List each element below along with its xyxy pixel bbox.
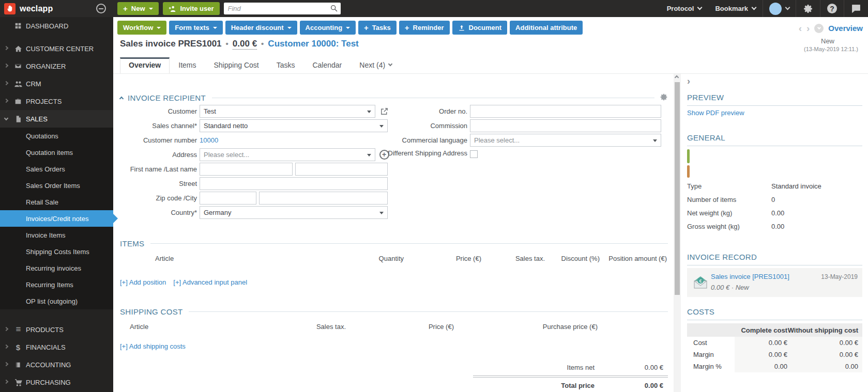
- sidebar-item-quotations[interactable]: Quotations: [0, 128, 113, 144]
- chevron-right-icon: [4, 362, 8, 366]
- add-position-link[interactable]: [+] Add position: [120, 278, 166, 286]
- bookmark-menu[interactable]: Bookmark: [708, 0, 763, 17]
- add-task-button[interactable]: +Tasks: [358, 21, 397, 35]
- order-no-label: Order no.: [387, 105, 467, 118]
- general-row: Gross weight (kg)0.00: [687, 223, 862, 233]
- chevron-down-icon: [157, 27, 161, 29]
- chevron-down-icon: [817, 26, 821, 29]
- tab-next[interactable]: Next (4): [351, 57, 401, 74]
- sidebar-item-products[interactable]: ≡ PRODUCTS: [0, 321, 113, 338]
- overview-content: INVOICE RECIPIENT Customer Test Sales ch…: [113, 74, 674, 392]
- invoice-record-heading: INVOICE RECORD: [687, 253, 862, 265]
- sidebar-item-purchasing[interactable]: PURCHASING: [0, 373, 113, 391]
- scroll-up-icon[interactable]: [675, 75, 679, 80]
- chevron-down-icon: [149, 8, 153, 10]
- sidebar-item-crm[interactable]: CRM: [0, 75, 113, 92]
- commercial-language-select[interactable]: Please select...: [470, 134, 661, 147]
- chevron-down-icon: [752, 5, 757, 10]
- protocol-menu[interactable]: Protocol: [660, 0, 709, 17]
- record-menu-button[interactable]: [814, 24, 824, 33]
- tab-shipping-cost[interactable]: Shipping Cost: [205, 57, 268, 74]
- street-input[interactable]: [200, 177, 388, 190]
- logo: weclapp: [0, 3, 113, 14]
- sidebar-collapse-icon[interactable]: [96, 4, 106, 13]
- next-record-button[interactable]: ›: [806, 23, 810, 33]
- sidebar-item-sales-orders[interactable]: Sales Orders: [0, 161, 113, 177]
- city-input[interactable]: [259, 192, 388, 205]
- customer-select[interactable]: Test: [200, 105, 375, 118]
- sidebar-item-sales[interactable]: SALES: [0, 110, 113, 128]
- invoice-record-link[interactable]: Sales invoice [PRES1001]: [711, 273, 789, 280]
- customer-number-link[interactable]: 10000: [200, 134, 218, 147]
- items-net-value: 0.00 €: [586, 364, 663, 371]
- settings-button[interactable]: [796, 0, 820, 17]
- sidebar-item-shipping-costs-items[interactable]: Shipping Costs Items: [0, 243, 113, 260]
- sidebar-item-dashboard[interactable]: DASHBOARD: [0, 17, 113, 35]
- country-select[interactable]: Germany: [200, 206, 388, 219]
- order-no-input[interactable]: [470, 105, 661, 118]
- address-select[interactable]: Please select...: [200, 148, 375, 161]
- section-rule: [189, 311, 668, 312]
- workflow-button[interactable]: Workflow: [117, 21, 166, 35]
- overview-link[interactable]: Overview: [828, 24, 863, 33]
- help-button[interactable]: ?: [820, 0, 844, 17]
- tab-tasks[interactable]: Tasks: [268, 57, 304, 74]
- header-discount-button[interactable]: Header discount: [225, 21, 297, 35]
- tab-overview[interactable]: Overview: [120, 57, 170, 74]
- tab-items[interactable]: Items: [170, 57, 205, 74]
- add-shipping-costs-link[interactable]: [+] Add shipping costs: [120, 342, 186, 350]
- upload-document-button[interactable]: Document: [452, 21, 508, 35]
- chevron-right-icon: [4, 99, 8, 103]
- sidebar-item-recurring-items[interactable]: Recurring Items: [0, 276, 113, 293]
- sidebar-item-retail-sale[interactable]: Retail Sale: [0, 194, 113, 210]
- sidebar-item-invoices-credit-notes[interactable]: Invoices/Credit notes: [0, 210, 113, 227]
- last-name-input[interactable]: [295, 163, 388, 176]
- sidebar-item-invoice-items[interactable]: Invoice Items: [0, 227, 113, 243]
- sales-channel-select[interactable]: Standard netto: [200, 119, 388, 132]
- add-reminder-button[interactable]: +Reminder: [399, 21, 450, 35]
- form-texts-button[interactable]: Form texts: [169, 21, 222, 35]
- first-name-input[interactable]: [200, 163, 293, 176]
- customer-link[interactable]: Customer 10000: Test: [268, 39, 358, 49]
- additional-attribute-button[interactable]: Additional attribute: [510, 21, 583, 35]
- commission-input[interactable]: [470, 119, 661, 132]
- scrollbar-thumb[interactable]: [675, 82, 680, 295]
- sidebar-item-recurring-invoices[interactable]: Recurring invoices: [0, 260, 113, 276]
- panel-collapse-icon[interactable]: ›: [687, 76, 690, 87]
- sidebar-item-projects[interactable]: PROJECTS: [0, 92, 113, 110]
- zip-code-input[interactable]: [200, 192, 256, 205]
- different-shipping-checkbox[interactable]: [470, 150, 478, 158]
- costs-heading: COSTS: [687, 307, 862, 320]
- search-input[interactable]: [224, 3, 341, 14]
- total-price-value: 0.00 €: [586, 382, 663, 389]
- invoice-amount[interactable]: 0.00 €: [233, 39, 257, 50]
- advanced-input-panel-link[interactable]: [+] Advanced input panel: [173, 278, 247, 286]
- sidebar-item-sales-order-items[interactable]: Sales Order Items: [0, 177, 113, 194]
- sidebar-item-op-list-outgoing[interactable]: OP list (outgoing): [0, 293, 113, 309]
- feedback-button[interactable]: [844, 0, 868, 17]
- status-indicator-green: [687, 149, 690, 163]
- section-rule: [150, 243, 668, 244]
- sidebar-item-accounting[interactable]: ACCOUNTING: [0, 356, 113, 373]
- general-row: Number of items0: [687, 196, 862, 206]
- sidebar-gap: [0, 309, 113, 321]
- user-menu[interactable]: [763, 0, 796, 17]
- table-row: Margin 0.00 € 0.00 €: [687, 349, 862, 360]
- accounting-button[interactable]: Accounting: [300, 21, 356, 35]
- sidebar-item-financials[interactable]: $ FINANCIALS: [0, 338, 113, 356]
- sidebar-item-quotation-items[interactable]: Quotation items: [0, 144, 113, 161]
- sidebar-item-organizer[interactable]: ORGANIZER: [0, 57, 113, 75]
- sidebar-item-customer-center[interactable]: CUSTOMER CENTER: [0, 40, 113, 57]
- tab-calendar[interactable]: Calendar: [303, 57, 351, 74]
- new-button[interactable]: + New: [117, 2, 159, 15]
- invoice-record-card: Sales invoice [PRES1001] 13-May-2019 0.0…: [687, 268, 862, 297]
- gear-icon: [803, 4, 813, 14]
- section-settings-button[interactable]: [660, 93, 668, 103]
- invite-user-button[interactable]: Invite user: [163, 2, 220, 15]
- envelope-euro-icon: [693, 275, 708, 291]
- book-icon: [13, 360, 23, 369]
- prev-record-button[interactable]: ‹: [799, 23, 802, 33]
- collapse-section-icon[interactable]: [119, 97, 124, 101]
- show-pdf-preview-link[interactable]: Show PDF preview: [687, 109, 744, 117]
- search-icon[interactable]: [330, 4, 338, 14]
